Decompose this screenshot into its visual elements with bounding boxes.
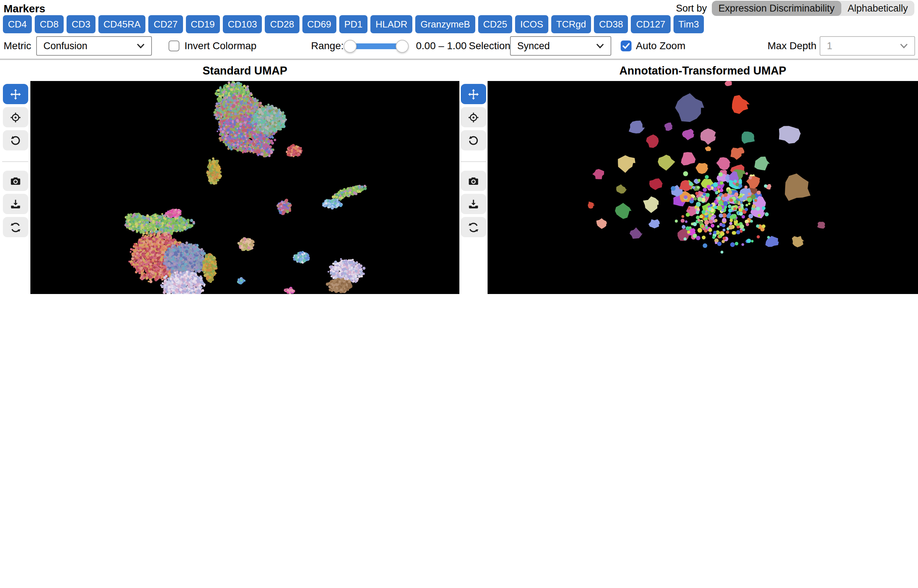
marker-chip-CD19[interactable]: CD19 (186, 15, 220, 33)
marker-buttons-row: CD4CD8CD3CD45RACD27CD19CD103CD28CD69PD1H… (3, 15, 704, 33)
annotation-umap-title: Annotation-Transformed UMAP (488, 65, 918, 78)
rotate-ccw-icon (467, 134, 479, 147)
selection-select-value: Synced (517, 40, 550, 51)
standard-umap-canvas[interactable] (31, 81, 459, 294)
marker-chip-CD69[interactable]: CD69 (302, 15, 336, 33)
refresh-tool-button[interactable] (461, 217, 486, 237)
refresh-icon (9, 221, 21, 233)
pan-tool-button[interactable] (461, 84, 486, 104)
selection-label: Selection (469, 40, 511, 51)
marker-chip-CD3[interactable]: CD3 (66, 15, 95, 33)
max-depth-select[interactable]: 1 (819, 36, 915, 56)
sort-by-control: Sort by Expression Discriminability Alph… (676, 0, 915, 16)
invert-colormap-label: Invert Colormap (184, 40, 257, 51)
download-icon (9, 198, 21, 210)
range-value: 0.00 – 1.00 (416, 40, 467, 51)
focus-icon (467, 111, 479, 123)
marker-chip-CD4[interactable]: CD4 (3, 15, 32, 33)
snapshot-icon (467, 174, 479, 187)
standard-umap-title: Standard UMAP (31, 65, 459, 78)
range-slider[interactable] (344, 36, 409, 56)
marker-chip-CD8[interactable]: CD8 (35, 15, 64, 33)
marker-chip-ICOS[interactable]: ICOS (515, 15, 548, 33)
metric-select-value: Confusion (44, 40, 87, 51)
rotate-ccw-tool-button[interactable] (3, 130, 28, 150)
toolbar-standard-top (2, 84, 28, 240)
annotation-umap-canvas[interactable] (488, 81, 918, 294)
max-depth-label: Max Depth (768, 40, 816, 51)
rotate-ccw-icon (9, 134, 21, 147)
auto-zoom-checkbox[interactable] (621, 40, 632, 51)
focus-tool-button[interactable] (461, 107, 486, 127)
markers-heading: Markers (3, 2, 45, 14)
marker-chip-PD1[interactable]: PD1 (339, 15, 368, 33)
marker-chip-GranzymeB[interactable]: GranzymeB (415, 15, 475, 33)
marker-chip-CD27[interactable]: CD27 (149, 15, 183, 33)
sort-by-label: Sort by (676, 3, 707, 13)
marker-chip-CD127[interactable]: CD127 (631, 15, 671, 33)
standard-umap-plot (31, 81, 459, 294)
range-handle-max[interactable] (396, 39, 409, 52)
marker-chip-CD103[interactable]: CD103 (223, 15, 262, 33)
refresh-icon (467, 221, 479, 233)
snapshot-tool-button[interactable] (3, 171, 28, 191)
rotate-ccw-tool-button[interactable] (461, 130, 486, 150)
download-tool-button[interactable] (461, 194, 486, 214)
chevron-down-icon (596, 44, 604, 48)
toolbar-annotation-top (460, 84, 486, 240)
annotation-umap-plot (488, 81, 918, 294)
check-icon (622, 43, 630, 49)
marker-chip-CD38[interactable]: CD38 (594, 15, 628, 33)
marker-chip-Tim3[interactable]: Tim3 (674, 15, 704, 33)
section-divider (0, 58, 918, 60)
marker-chip-CD25[interactable]: CD25 (478, 15, 512, 33)
focus-tool-button[interactable] (3, 107, 28, 127)
selection-select[interactable]: Synced (510, 36, 611, 56)
auto-zoom-label: Auto Zoom (636, 40, 685, 51)
snapshot-icon (9, 174, 21, 187)
metric-label: Metric (3, 40, 31, 51)
chevron-down-icon (900, 44, 908, 48)
app: Markers Sort by Expression Discriminabil… (0, 0, 918, 294)
invert-colormap-checkbox[interactable] (168, 40, 179, 51)
download-icon (467, 198, 479, 210)
header-row: Markers Sort by Expression Discriminabil… (3, 1, 915, 15)
sort-alphabetically-button[interactable]: Alphabetically (841, 0, 915, 16)
refresh-tool-button[interactable] (3, 217, 28, 237)
range-label: Range: (311, 40, 344, 51)
sort-segmented-control: Expression Discriminability Alphabetical… (712, 0, 915, 16)
max-depth-select-value: 1 (827, 40, 832, 51)
range-slider-track (350, 44, 402, 49)
toolbar-divider (2, 161, 28, 162)
marker-chip-TCRgd[interactable]: TCRgd (551, 15, 591, 33)
sort-expression-discriminability-button[interactable]: Expression Discriminability (712, 0, 841, 16)
marker-chip-CD28[interactable]: CD28 (265, 15, 299, 33)
pan-tool-button[interactable] (3, 84, 28, 104)
controls-row: Metric Confusion Invert Colormap Range: … (3, 36, 918, 57)
snapshot-tool-button[interactable] (461, 171, 486, 191)
focus-icon (9, 111, 21, 123)
marker-chip-HLADR[interactable]: HLADR (370, 15, 412, 33)
chevron-down-icon (137, 44, 145, 48)
marker-chip-CD45RA[interactable]: CD45RA (99, 15, 146, 33)
pan-icon (467, 88, 479, 100)
range-handle-min[interactable] (344, 39, 357, 52)
toolbar-divider (460, 161, 486, 162)
metric-select[interactable]: Confusion (36, 36, 152, 56)
pan-icon (9, 88, 21, 100)
download-tool-button[interactable] (3, 194, 28, 214)
